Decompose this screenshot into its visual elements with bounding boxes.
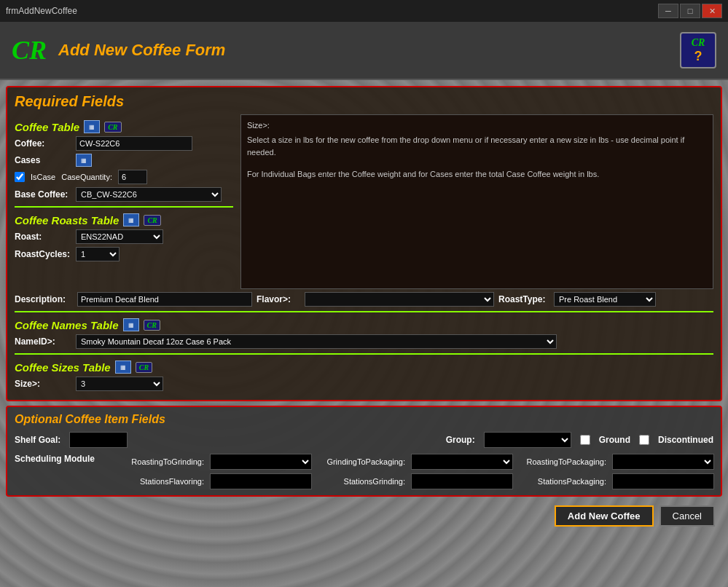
- roasting-grinding-select[interactable]: [210, 454, 312, 470]
- roastcycles-label: RoastCycles:: [15, 249, 73, 259]
- size-label: Size>:: [15, 379, 73, 389]
- coffee-cr-mini: CR: [104, 122, 121, 133]
- required-fields-panel: Required Fields Coffee Table ▦ CR Coffee…: [6, 86, 722, 401]
- roasting-packaging-label: RoastingToPackaging:: [519, 457, 606, 466]
- window-title: frmAddNewCoffee: [6, 6, 77, 16]
- names-cr-mini: CR: [144, 320, 160, 331]
- scheduling-label: Scheduling Module: [15, 454, 109, 464]
- base-coffee-label: Base Coffee:: [15, 189, 73, 200]
- required-fields-title: Required Fields: [15, 93, 713, 110]
- scheduling-grids: RoastingToGrinding: GrindingToPackaging:…: [117, 454, 714, 489]
- req-left: Coffee Table ▦ CR Coffee: Cases ▦ IsCase…: [15, 114, 233, 289]
- stations-flavoring-input[interactable]: [210, 473, 312, 489]
- coffee-table-header: Coffee Table ▦ CR: [15, 120, 233, 133]
- main-header: CR Add New Coffee Form CR ?: [0, 22, 728, 80]
- title-bar-left: frmAddNewCoffee: [6, 6, 77, 16]
- ground-label: Ground: [599, 435, 630, 445]
- roasting-grinding-label: RoastingToGrinding:: [117, 457, 204, 466]
- roastcycles-select[interactable]: 1: [76, 247, 120, 261]
- title-bar-controls: ─ □ ✕: [658, 4, 722, 18]
- stations-packaging-label: StationsPackaging:: [519, 477, 606, 486]
- flavor-label: Flavor>:: [257, 294, 300, 304]
- info-line1: Select a size in lbs for the new coffee …: [247, 134, 707, 158]
- discontinued-checkbox[interactable]: [639, 435, 649, 445]
- maximize-button[interactable]: □: [680, 4, 700, 18]
- stations-grinding-label: StationsGrinding:: [318, 477, 405, 486]
- sched-bot-row: StationsFlavoring: StationsGrinding: Sta…: [117, 473, 714, 489]
- group-label: Group:: [446, 435, 475, 445]
- scheduling-section: Scheduling Module RoastingToGrinding: Gr…: [15, 454, 713, 489]
- sep3: [15, 353, 713, 355]
- sep2: [15, 311, 713, 312]
- roast-select[interactable]: ENS22NAD: [76, 229, 163, 244]
- roasts-cr-mini: CR: [144, 215, 160, 226]
- desc-input[interactable]: [77, 292, 252, 307]
- base-coffee-select[interactable]: CB_CW-S22C6: [76, 187, 222, 202]
- sizes-table-title: Coffee Sizes Table: [15, 361, 111, 374]
- cases-label: Cases: [15, 155, 73, 165]
- stations-grinding-input[interactable]: [411, 473, 513, 489]
- optional-fields-title: Optional Coffee Item Fields: [15, 413, 713, 426]
- cases-row: Cases ▦: [15, 154, 233, 167]
- close-button[interactable]: ✕: [702, 4, 722, 18]
- sched-top-row: RoastingToGrinding: GrindingToPackaging:…: [117, 454, 714, 470]
- minimize-button[interactable]: ─: [658, 4, 678, 18]
- grinding-packaging-label: GrindingToPackaging:: [318, 457, 405, 466]
- roast-row: Roast: ENS22NAD: [15, 229, 233, 244]
- nameid-row: NameID>: Smoky Mountain Decaf 12oz Case …: [15, 334, 713, 349]
- ground-checkbox[interactable]: [580, 435, 590, 445]
- required-content: Coffee Table ▦ CR Coffee: Cases ▦ IsCase…: [15, 114, 713, 289]
- roasts-table-icon: ▦: [123, 213, 139, 226]
- flavor-select[interactable]: [305, 292, 494, 307]
- coffee-row: Coffee:: [15, 136, 233, 151]
- shelf-goal-input[interactable]: [69, 432, 128, 448]
- coffee-label: Coffee:: [15, 138, 73, 149]
- roast-label: Roast:: [15, 232, 73, 242]
- coffee-table-title: Coffee Table: [15, 121, 79, 133]
- help-badge[interactable]: CR ?: [680, 32, 716, 68]
- form-title: Add New Coffee Form: [58, 41, 668, 60]
- roasts-table-header: Coffee Roasts Table ▦ CR: [15, 213, 233, 226]
- info-panel: Size>: Select a size in lbs for the new …: [240, 114, 713, 289]
- group-select[interactable]: [484, 432, 571, 448]
- size-select[interactable]: 3: [76, 377, 163, 391]
- content-area: Required Fields Coffee Table ▦ CR Coffee…: [0, 80, 728, 587]
- iscase-checkbox[interactable]: [15, 172, 25, 182]
- size-row: Size>: 3: [15, 377, 713, 391]
- discontinued-label: Discontinued: [658, 435, 713, 445]
- names-table-icon: ▦: [123, 318, 139, 331]
- coffee-input[interactable]: [76, 136, 192, 151]
- base-coffee-row: Base Coffee: CB_CW-S22C6: [15, 187, 233, 202]
- iscase-label: IsCase: [31, 173, 55, 181]
- bottom-bar: Add New Coffee Cancel: [6, 501, 722, 531]
- roasttype-select[interactable]: Pre Roast Blend: [554, 292, 656, 307]
- cr-logo: CR: [12, 35, 47, 66]
- desc-row: Description: Flavor>: RoastType: Pre Roa…: [15, 292, 713, 307]
- nameid-select[interactable]: Smoky Mountain Decaf 12oz Case 6 Pack: [76, 334, 557, 349]
- sizes-table-header: Coffee Sizes Table ▦ CR: [15, 361, 713, 374]
- case-quantity-input[interactable]: [118, 170, 147, 184]
- optional-row1: Shelf Goal: Group: Ground Discontinued: [15, 432, 713, 448]
- add-new-coffee-button[interactable]: Add New Coffee: [555, 505, 654, 527]
- stations-flavoring-label: StationsFlavoring:: [117, 477, 204, 486]
- names-table-header: Coffee Names Table ▦ CR: [15, 318, 713, 331]
- stations-packaging-input[interactable]: [612, 473, 714, 489]
- help-cr: CR: [692, 37, 705, 49]
- title-bar: frmAddNewCoffee ─ □ ✕: [0, 0, 728, 22]
- roasts-table-title: Coffee Roasts Table: [15, 214, 119, 226]
- grinding-packaging-select[interactable]: [411, 454, 513, 470]
- roasting-packaging-select[interactable]: [612, 454, 714, 470]
- shelf-goal-label: Shelf Goal:: [15, 435, 60, 445]
- case-quantity-label: CaseQuantity:: [61, 173, 112, 181]
- cases-icon: ▦: [76, 154, 92, 167]
- help-question: ?: [694, 49, 702, 64]
- cancel-button[interactable]: Cancel: [659, 505, 715, 527]
- roasttype-label: RoastType:: [498, 294, 549, 304]
- desc-label: Description:: [15, 294, 73, 304]
- optional-fields-panel: Optional Coffee Item Fields Shelf Goal: …: [6, 406, 722, 497]
- sizes-cr-mini: CR: [136, 362, 152, 373]
- info-size-label: Size>:: [247, 121, 707, 130]
- nameid-label: NameID>:: [15, 336, 73, 347]
- iscase-row: IsCase CaseQuantity:: [15, 170, 233, 184]
- info-line2: For Individual Bags enter the Coffee wei…: [247, 168, 707, 181]
